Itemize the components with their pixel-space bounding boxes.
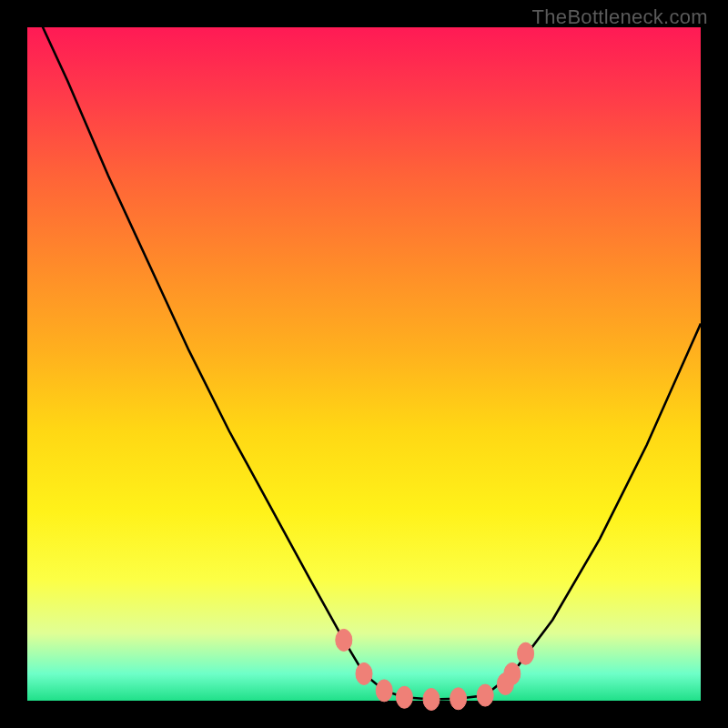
- highlight-dot: [450, 688, 467, 710]
- plot-svg: [27, 27, 701, 701]
- highlight-dot: [376, 680, 392, 702]
- highlight-markers: [336, 629, 534, 710]
- highlight-dot: [356, 662, 372, 684]
- bottleneck-curve-left: [27, 0, 404, 697]
- highlight-dot: [336, 629, 352, 651]
- bottleneck-curve-right: [485, 324, 701, 695]
- highlight-dot: [477, 684, 493, 706]
- highlight-dot: [518, 642, 534, 664]
- bottleneck-curve-flat: [404, 695, 485, 699]
- watermark-label: TheBottleneck.com: [532, 5, 708, 29]
- highlight-dot: [396, 686, 412, 708]
- highlight-dot: [423, 689, 440, 711]
- plot-area: [27, 27, 701, 701]
- highlight-dot: [504, 662, 521, 684]
- chart-frame: TheBottleneck.com: [0, 0, 728, 728]
